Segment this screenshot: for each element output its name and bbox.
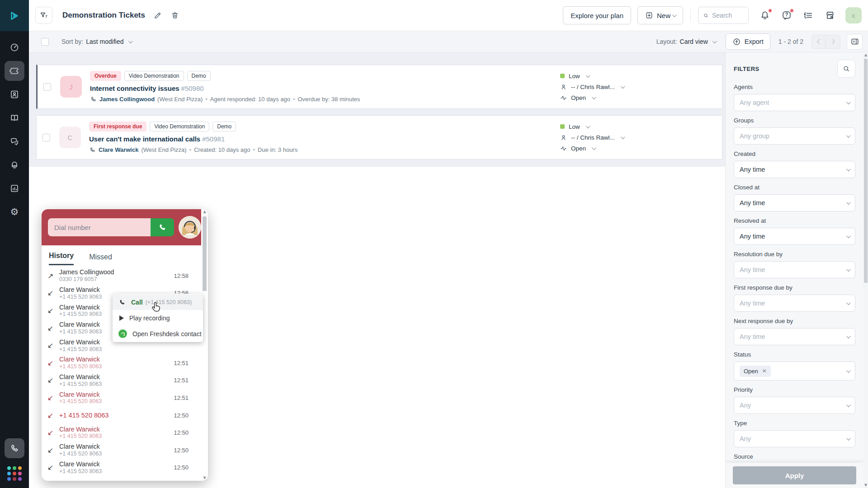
- sidebar-item-forums[interactable]: [5, 131, 24, 151]
- search-input[interactable]: [712, 12, 744, 19]
- delete-view-button[interactable]: [170, 11, 179, 20]
- select-all-checkbox[interactable]: [41, 38, 49, 46]
- sidebar-item-analytics[interactable]: [5, 178, 24, 198]
- created-dropdown[interactable]: Any time: [734, 161, 855, 178]
- ticket-title[interactable]: Internet connectivity issues#50980: [90, 84, 560, 92]
- next-response-dropdown[interactable]: Any time: [734, 328, 855, 345]
- closed-at-dropdown[interactable]: Any time: [734, 194, 855, 211]
- cards-band: J Overdue Video Demonstration Demo Inter…: [29, 52, 725, 167]
- call-row[interactable]: ↙Clare Warwick+1 415 520 806312:50: [42, 424, 201, 441]
- sidebar-item-contacts[interactable]: [5, 84, 24, 104]
- tab-missed[interactable]: Missed: [89, 253, 112, 265]
- scroll-down-arrow[interactable]: ▼: [863, 483, 868, 488]
- menu-item-open-freshdesk-contact[interactable]: Open Freshdesk contact: [113, 326, 203, 342]
- scroll-up-arrow[interactable]: ▲: [863, 52, 868, 58]
- filter-search-button[interactable]: [837, 60, 855, 78]
- ticket-title[interactable]: User can't make international calls#5098…: [89, 135, 560, 143]
- notifications-button[interactable]: [760, 10, 770, 21]
- freshworks-logo[interactable]: [0, 0, 29, 31]
- resolution-due-dropdown[interactable]: Any time: [734, 261, 855, 278]
- call-row[interactable]: ↙Clare Warwick+1 415 520 806312:51: [42, 389, 201, 407]
- menu-item-play-recording[interactable]: Play recording: [113, 310, 203, 326]
- caller-number: 0330 179 6057: [59, 276, 174, 282]
- groups-dropdown[interactable]: Any group: [734, 127, 855, 145]
- layout-dropdown[interactable]: Layout: Card view: [656, 38, 716, 45]
- export-button[interactable]: Export: [726, 33, 770, 50]
- ticket-card[interactable]: C First response due Video Demonstration…: [36, 115, 722, 160]
- global-search[interactable]: [698, 7, 749, 24]
- sidebar-item-dashboard[interactable]: [5, 38, 24, 57]
- contact-name[interactable]: Clare Warwick: [99, 146, 138, 153]
- ticket-checkbox[interactable]: [43, 83, 51, 91]
- missed-call-icon: ↙: [47, 411, 59, 420]
- tab-history[interactable]: History: [49, 252, 74, 265]
- assignee-dropdown[interactable]: -- / Chris Rawl...: [560, 84, 722, 90]
- new-button[interactable]: New: [637, 6, 683, 24]
- menu-item-call[interactable]: Call (+1 415 520 8063): [113, 294, 203, 310]
- caller-name: Clare Warwick: [59, 391, 174, 399]
- agent-photo: [179, 216, 201, 239]
- sidebar-item-admin[interactable]: ⚙: [5, 202, 24, 222]
- call-row[interactable]: ↙Clare Warwick+1 415 520 806312:51: [42, 354, 201, 372]
- edit-view-button[interactable]: [153, 11, 162, 20]
- filters-header: FILTERS: [734, 60, 855, 78]
- agents-dropdown[interactable]: Any agent: [734, 94, 855, 111]
- page-scrollbar[interactable]: ▲ ▼: [863, 52, 868, 488]
- contact-name[interactable]: James Collingwood: [99, 96, 155, 103]
- call-button[interactable]: [151, 218, 174, 236]
- priority-filter-dropdown[interactable]: Any: [734, 397, 855, 414]
- next-page-button[interactable]: [826, 35, 840, 49]
- call-row[interactable]: ↙Clare Warwick+1 415 520 806312:50: [42, 441, 201, 459]
- ticket-card[interactable]: J Overdue Video Demonstration Demo Inter…: [36, 65, 722, 109]
- chevron-left-icon: [817, 39, 822, 44]
- trash-icon: [170, 11, 179, 20]
- scrollbar-thumb[interactable]: [864, 59, 868, 283]
- help-button[interactable]: ?: [781, 10, 792, 21]
- svg-text:?: ?: [785, 12, 788, 17]
- type-filter-dropdown[interactable]: Any: [734, 430, 855, 447]
- sidebar-item-bots[interactable]: [5, 155, 24, 175]
- call-row[interactable]: ↙Clare Warwick+1 415 520 806312:50: [42, 459, 201, 477]
- avatar-initial: J: [69, 83, 73, 91]
- priority-dropdown[interactable]: Low: [560, 123, 722, 130]
- view-filter-button[interactable]: [35, 7, 52, 24]
- phone-scrollbar[interactable]: ▲ ▼: [201, 209, 208, 481]
- call-row[interactable]: ↙+1 415 520 806312:50: [42, 407, 201, 424]
- filters-title: FILTERS: [734, 66, 760, 72]
- call-row[interactable]: ↙Clare Warwick+1 415 520 806312:51: [42, 372, 201, 389]
- chevron-down-icon: [846, 100, 851, 104]
- status-dropdown[interactable]: Open: [560, 145, 722, 152]
- collapse-panel-button[interactable]: [847, 34, 863, 50]
- caller-number: +1 415 520 8063: [59, 381, 174, 387]
- user-avatar[interactable]: c: [845, 7, 862, 23]
- prev-page-button[interactable]: [811, 35, 826, 49]
- phone-widget-toggle[interactable]: [5, 438, 24, 458]
- status-dropdown[interactable]: Open: [560, 94, 722, 101]
- priority-low-icon: [560, 124, 565, 129]
- sidebar-item-tickets[interactable]: [5, 61, 24, 81]
- marketplace-button[interactable]: [825, 10, 835, 21]
- caller-name: James Collingwood: [59, 269, 174, 276]
- call-time: 12:50: [174, 429, 189, 436]
- ticket-id: #50981: [202, 135, 225, 143]
- apps-switcher-icon[interactable]: [7, 466, 22, 481]
- whats-new-button[interactable]: [803, 10, 814, 21]
- apply-button[interactable]: Apply: [733, 466, 856, 484]
- agent-avatar[interactable]: [179, 216, 201, 239]
- first-response-dropdown[interactable]: Any time: [734, 295, 855, 312]
- priority-dropdown[interactable]: Low: [560, 73, 722, 80]
- assignee-dropdown[interactable]: -- / Chris Rawl...: [560, 134, 722, 141]
- remove-chip-icon[interactable]: ✕: [762, 368, 767, 374]
- dial-number-input[interactable]: [48, 218, 151, 236]
- scrollbar-thumb[interactable]: [203, 216, 207, 291]
- priority-value: Low: [569, 123, 580, 130]
- status-filter-dropdown[interactable]: Open✕: [734, 361, 855, 380]
- ticket-checkbox[interactable]: [42, 134, 50, 141]
- sidebar-item-solutions[interactable]: [5, 108, 24, 128]
- sort-by-value: Last modified: [86, 38, 123, 45]
- resolved-at-dropdown[interactable]: Any time: [734, 228, 855, 245]
- chevron-down-icon: [586, 124, 590, 128]
- call-row[interactable]: ↗James Collingwood0330 179 605712:58: [42, 267, 201, 285]
- explore-plan-button[interactable]: Explore your plan: [563, 6, 631, 24]
- sort-by-dropdown[interactable]: Sort by: Last modified: [61, 38, 132, 45]
